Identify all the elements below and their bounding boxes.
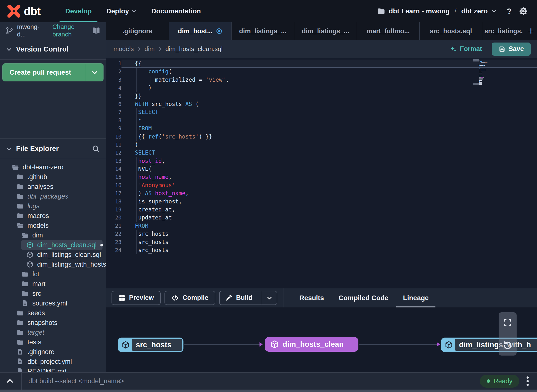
tree-item-tests[interactable]: tests xyxy=(0,337,106,347)
tree-item-dim-hosts-clean-sql[interactable]: dim_hosts_clean.sql xyxy=(21,240,103,250)
panel-tab-lineage[interactable]: Lineage xyxy=(403,288,429,307)
code-line[interactable]: 4 ) xyxy=(106,84,537,92)
editor-tab-mart-fullmo[interactable]: mart_fullmo... xyxy=(357,22,420,40)
minimap[interactable] xyxy=(479,60,496,85)
code-line[interactable]: 15 host_name, xyxy=(106,173,537,181)
docs-book-icon[interactable] xyxy=(92,26,101,35)
environment-chevron-down-icon[interactable] xyxy=(491,8,497,14)
code-line[interactable]: 22 src_hosts xyxy=(106,230,537,238)
lineage-node-dim-listings-with-hosts[interactable]: dim_listings_with_h xyxy=(441,338,537,352)
code-line[interactable]: 23 src_hosts xyxy=(106,238,537,246)
tree-item-analyses[interactable]: analyses xyxy=(0,182,106,192)
format-button[interactable]: Format xyxy=(450,45,482,53)
change-branch-link[interactable]: Change branch xyxy=(52,23,92,38)
tree-item-mart[interactable]: mart xyxy=(0,279,106,289)
code-line[interactable]: 14 NVL( xyxy=(106,165,537,173)
help-icon[interactable]: ? xyxy=(507,7,512,16)
lineage-node-src-hosts[interactable]: src_hosts xyxy=(118,338,183,352)
topbar-nav-develop[interactable]: Develop xyxy=(58,0,99,22)
breadcrumb-current-file: dim_hosts_clean.sql xyxy=(165,45,223,53)
build-button[interactable]: Build xyxy=(219,291,277,305)
ready-label: Ready xyxy=(494,377,512,385)
folder-icon xyxy=(21,290,29,297)
code-line[interactable]: 12 SELECT xyxy=(106,149,537,157)
code-line[interactable]: 16 'Anonymous' xyxy=(106,181,537,189)
fullscreen-icon[interactable] xyxy=(503,318,512,327)
file-search-icon[interactable] xyxy=(92,145,100,153)
tree-item-dbt-learn-zero[interactable]: dbt-learn-zero xyxy=(0,162,106,172)
save-button[interactable]: Save xyxy=(492,43,531,56)
version-control-header[interactable]: Version Control xyxy=(0,39,106,60)
kebab-menu-icon[interactable] xyxy=(527,376,529,386)
project-name[interactable]: dbt Learn - mwong xyxy=(389,7,450,15)
editor-tab-dim-listings[interactable]: dim_listings_... xyxy=(232,22,294,40)
code-line[interactable]: 1 {{ xyxy=(106,60,537,68)
tree-item-dim-listings-with-hosts[interactable]: dim_listings_with_hosts... xyxy=(0,260,106,269)
editor-tab-dim-host[interactable]: dim_host... xyxy=(169,22,232,40)
tree-item-dbt-project-yml[interactable]: dbt_project.yml xyxy=(0,357,106,366)
code-line[interactable]: 18 is_superhost, xyxy=(106,198,537,206)
code-line[interactable]: 11 ) xyxy=(106,141,537,149)
version-control-body: Create pull request xyxy=(0,60,106,139)
code-line[interactable]: 17 ) AS host_name, xyxy=(106,189,537,197)
create-pull-request-caret[interactable] xyxy=(86,64,103,81)
editor-tab-src-hosts-sql[interactable]: src_hosts.sql xyxy=(420,22,482,40)
code-line[interactable]: 9 FROM xyxy=(106,124,537,132)
tree-item-dbt-packages[interactable]: dbt_packages xyxy=(0,192,106,201)
topbar-nav-deploy[interactable]: Deploy xyxy=(99,0,144,22)
code-editor[interactable]: 1 {{ 2 config( 3 materialized = 'view', … xyxy=(106,58,537,288)
tree-item-gitignore[interactable]: .gitignore xyxy=(0,347,106,357)
settings-gear-icon[interactable] xyxy=(519,6,528,16)
breadcrumb-item[interactable]: models xyxy=(113,45,134,53)
tree-item-macros[interactable]: macros xyxy=(0,211,106,221)
panel-tab-results[interactable]: Results xyxy=(299,288,324,307)
create-pull-request-button[interactable]: Create pull request xyxy=(2,63,104,81)
lineage-node-dim-hosts-clean[interactable]: dim_hosts_clean xyxy=(265,337,358,352)
ready-dot-icon xyxy=(487,379,490,383)
tree-item-readme-md[interactable]: README.md xyxy=(0,366,106,372)
code-line[interactable]: 7 SELECT xyxy=(106,108,537,116)
tree-item-logs[interactable]: logs xyxy=(0,201,106,211)
topbar-nav-documentation[interactable]: Documentation xyxy=(144,0,208,22)
tree-item-models[interactable]: models xyxy=(0,221,106,230)
code-line[interactable]: 13 host_id, xyxy=(106,157,537,165)
tree-item-dim[interactable]: dim xyxy=(0,230,106,240)
file-explorer-header[interactable]: File Explorer xyxy=(0,139,106,159)
chevron-up-icon[interactable] xyxy=(0,377,21,385)
code-line[interactable]: 5 }} xyxy=(106,92,537,100)
code-line[interactable]: 6 WITH src_hosts AS ( xyxy=(106,100,537,108)
editor-scrollbar[interactable] xyxy=(532,58,532,288)
code-line[interactable]: 2 config( xyxy=(106,68,537,76)
tree-item-src[interactable]: src xyxy=(0,289,106,298)
breadcrumb-item[interactable]: dim xyxy=(145,45,155,53)
compile-button[interactable]: Compile xyxy=(165,291,215,305)
command-input[interactable]: dbt build --select <model_name> xyxy=(28,377,124,385)
panel-tab-compiled-code[interactable]: Compiled Code xyxy=(338,288,388,307)
tree-item-github[interactable]: .github xyxy=(0,172,106,182)
code-line[interactable]: 19 created_at, xyxy=(106,206,537,214)
code-line[interactable]: 24 src_hosts xyxy=(106,246,537,254)
editor-tab-gitignore[interactable]: .gitignore xyxy=(106,22,169,40)
code-line[interactable]: 8 * xyxy=(106,116,537,124)
dbt-logo[interactable]: dbt xyxy=(0,0,41,22)
git-branch-icon xyxy=(5,26,14,35)
editor-tab-dim-listings[interactable]: dim_listings_... xyxy=(294,22,357,40)
lineage-canvas[interactable]: src_hosts dim_hosts_clean dim_listings_w… xyxy=(106,307,537,372)
refresh-icon[interactable] xyxy=(503,340,512,350)
tree-item-snapshots[interactable]: snapshots xyxy=(0,318,106,328)
code-line[interactable]: 20 updated_at xyxy=(106,214,537,222)
code-line[interactable]: 3 materialized = 'view', xyxy=(106,76,537,84)
tree-item-seeds[interactable]: seeds xyxy=(0,308,106,318)
editor-tab-src-listings[interactable]: src_listings. xyxy=(482,22,525,40)
preview-button[interactable]: Preview xyxy=(112,291,161,305)
line-number: 21 xyxy=(106,222,121,230)
tree-item-sources-yml[interactable]: sources.yml xyxy=(0,298,106,308)
new-tab-plus-icon[interactable]: + xyxy=(525,22,537,40)
code-line[interactable]: 21 FROM xyxy=(106,222,537,230)
tree-item-target[interactable]: target xyxy=(0,328,106,337)
tree-item-dim-listings-clean-sql[interactable]: dim_listings_clean.sql xyxy=(0,250,106,260)
code-line[interactable]: 10 {{ ref('src_hosts') }} xyxy=(106,133,537,141)
tree-item-fct[interactable]: fct xyxy=(0,269,106,279)
build-caret[interactable] xyxy=(262,291,277,305)
environment-name[interactable]: dbt zero xyxy=(461,7,488,15)
